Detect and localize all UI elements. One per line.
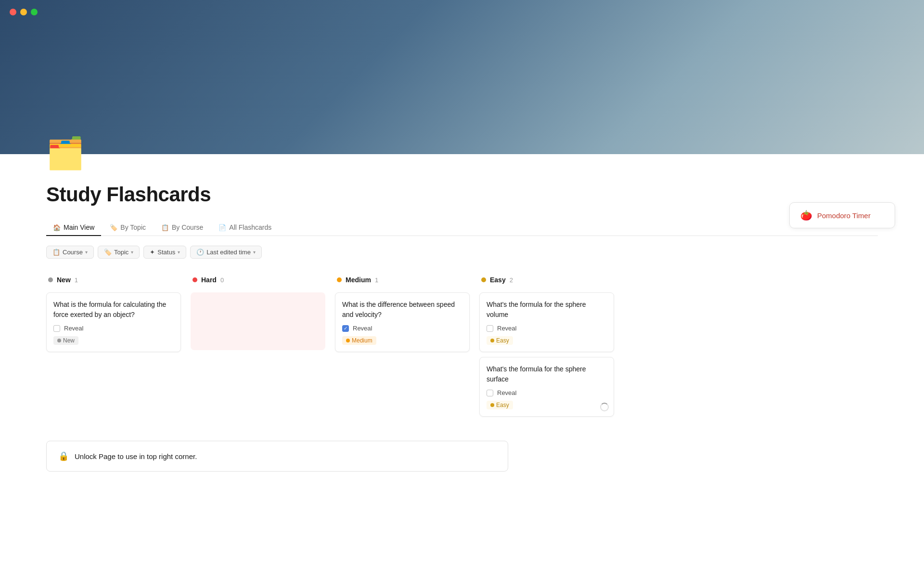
column-easy-header: Easy 2	[479, 272, 614, 288]
card-2-reveal-label: Reveal	[353, 325, 372, 332]
card-2-reveal: Reveal	[342, 325, 462, 332]
card-4-tag: Easy	[487, 401, 513, 409]
status-filter-icon: ✦	[150, 249, 155, 256]
filter-last-edited[interactable]: 🕐 Last edited time ▾	[190, 246, 262, 259]
unlock-text: Unlock Page to use in top right corner.	[75, 452, 197, 460]
traffic-lights	[10, 9, 38, 15]
column-medium-header: Medium 1	[335, 272, 470, 288]
minimize-button[interactable]	[20, 9, 27, 15]
chevron-down-icon-3: ▾	[178, 250, 180, 255]
card-4-reveal: Reveal	[487, 389, 607, 396]
new-status-dot	[48, 277, 53, 282]
column-new-header: New 1	[46, 272, 181, 288]
status-filter-label: Status	[157, 249, 175, 256]
card-4-checkbox[interactable]	[487, 390, 493, 396]
chevron-down-icon-2: ▾	[131, 250, 133, 255]
last-edited-filter-label: Last edited time	[206, 249, 251, 256]
card-2[interactable]: What is the difference between speed and…	[335, 292, 470, 352]
card-3-reveal-label: Reveal	[497, 325, 516, 332]
card-1[interactable]: What is the formula for calculating the …	[46, 292, 181, 352]
tag-icon: 🏷️	[110, 224, 117, 231]
card-3-tag: Easy	[487, 336, 513, 345]
column-hard-header: Hard 0	[191, 272, 325, 288]
list-icon: 📋	[161, 224, 169, 231]
tab-main-view-label: Main View	[64, 223, 94, 231]
page-icon: 🗂️	[46, 138, 85, 169]
card-2-tag: Medium	[342, 336, 376, 345]
pomodoro-timer-button[interactable]: 🍅 Pomodoro Timer	[789, 202, 895, 228]
column-hard-count: 0	[220, 276, 224, 284]
card-3-checkbox[interactable]	[487, 325, 493, 332]
home-icon: 🏠	[53, 224, 61, 231]
easy-status-dot	[481, 277, 486, 282]
card-4-question: What's the formula for the sphere surfac…	[487, 364, 607, 384]
column-easy-count: 2	[510, 276, 513, 284]
card-1-checkbox[interactable]	[53, 325, 60, 332]
topic-filter-label: Topic	[114, 249, 128, 256]
loading-spinner	[600, 403, 609, 411]
card-4-tag-label: Easy	[496, 402, 509, 408]
column-easy: Easy 2 What's the formula for the sphere…	[479, 272, 614, 421]
pomodoro-label: Pomodoro Timer	[817, 211, 871, 220]
easy-tag-dot-1	[490, 339, 494, 342]
filter-status[interactable]: ✦ Status ▾	[143, 246, 186, 259]
column-medium-count: 1	[375, 276, 378, 284]
chevron-down-icon: ▾	[85, 250, 88, 255]
hard-status-dot	[192, 277, 197, 282]
tab-by-topic[interactable]: 🏷️ By Topic	[103, 220, 153, 236]
medium-status-dot	[337, 277, 342, 282]
card-3-tag-label: Easy	[496, 337, 509, 344]
card-3-reveal: Reveal	[487, 325, 607, 332]
page-title: Study Flashcards	[46, 183, 878, 206]
close-button[interactable]	[10, 9, 16, 15]
column-new-title: New	[57, 276, 71, 284]
page-banner: 🗂️	[0, 0, 924, 154]
card-1-tag-label: New	[63, 337, 75, 344]
card-1-tag: New	[53, 336, 78, 345]
page-content: Study Flashcards 🏠 Main View 🏷️ By Topic…	[0, 154, 924, 491]
filter-topic[interactable]: 🏷️ Topic ▾	[98, 246, 140, 259]
card-2-checkbox[interactable]	[342, 325, 349, 332]
card-3[interactable]: What's the formula for the sphere volume…	[479, 292, 614, 352]
card-1-reveal: Reveal	[53, 325, 174, 332]
column-hard-empty	[191, 292, 325, 350]
column-new: New 1 What is the formula for calculatin…	[46, 272, 181, 357]
course-filter-label: Course	[63, 249, 83, 256]
filter-bar: 📋 Course ▾ 🏷️ Topic ▾ ✦ Status ▾ 🕐 Last …	[46, 246, 878, 259]
topic-filter-icon: 🏷️	[104, 249, 112, 256]
tab-all-flashcards[interactable]: 📄 All Flashcards	[212, 220, 278, 236]
chevron-down-icon-4: ▾	[253, 250, 256, 255]
column-hard-title: Hard	[201, 276, 217, 284]
column-medium: Medium 1 What is the difference between …	[335, 272, 470, 357]
kanban-board: New 1 What is the formula for calculatin…	[46, 272, 878, 421]
card-4-reveal-label: Reveal	[497, 389, 516, 396]
clock-filter-icon: 🕐	[196, 249, 204, 256]
column-easy-title: Easy	[490, 276, 506, 284]
filter-course[interactable]: 📋 Course ▾	[46, 246, 94, 259]
new-tag-dot	[57, 339, 61, 342]
view-tabs: 🏠 Main View 🏷️ By Topic 📋 By Course 📄 Al…	[46, 220, 878, 236]
course-filter-icon: 📋	[52, 249, 60, 256]
tab-by-course-label: By Course	[172, 223, 203, 231]
card-1-reveal-label: Reveal	[64, 325, 83, 332]
column-new-count: 1	[75, 276, 78, 284]
card-2-tag-label: Medium	[352, 337, 372, 344]
tab-all-flashcards-label: All Flashcards	[229, 223, 271, 231]
card-4[interactable]: What's the formula for the sphere surfac…	[479, 357, 614, 417]
medium-tag-dot	[346, 339, 350, 342]
easy-tag-dot-2	[490, 403, 494, 407]
pages-icon: 📄	[218, 224, 226, 231]
tab-by-topic-label: By Topic	[120, 223, 146, 231]
card-1-question: What is the formula for calculating the …	[53, 300, 174, 320]
tomato-icon: 🍅	[800, 210, 812, 221]
lock-icon: 🔒	[58, 451, 69, 461]
maximize-button[interactable]	[31, 9, 38, 15]
column-medium-title: Medium	[346, 276, 371, 284]
tab-main-view[interactable]: 🏠 Main View	[46, 220, 101, 236]
card-3-question: What's the formula for the sphere volume	[487, 300, 607, 320]
tab-by-course[interactable]: 📋 By Course	[154, 220, 210, 236]
column-hard: Hard 0	[191, 272, 325, 350]
card-2-question: What is the difference between speed and…	[342, 300, 462, 320]
unlock-bar: 🔒 Unlock Page to use in top right corner…	[46, 441, 508, 472]
